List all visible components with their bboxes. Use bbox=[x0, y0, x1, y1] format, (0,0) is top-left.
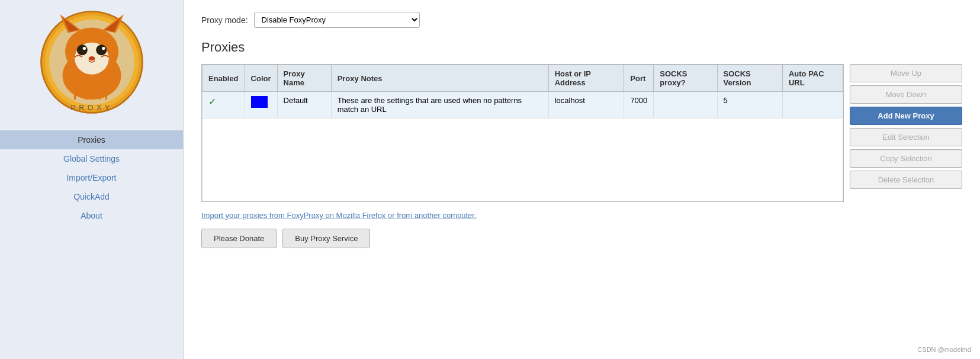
svg-text:PROXY: PROXY bbox=[70, 104, 113, 112]
svg-point-10 bbox=[76, 44, 87, 55]
move-down-button[interactable]: Move Down bbox=[850, 85, 962, 104]
col-proxy-name: Proxy Name bbox=[277, 65, 331, 92]
table-empty-row bbox=[203, 118, 843, 201]
sidebar-item-about[interactable]: About bbox=[0, 206, 183, 225]
svg-point-12 bbox=[82, 47, 85, 50]
proxies-area: Enabled Color Proxy Name Proxy Notes Hos… bbox=[201, 64, 962, 202]
cell-host: localhost bbox=[548, 92, 624, 118]
watermark: CSDN @modelmd bbox=[917, 346, 971, 353]
sidebar-item-import-export[interactable]: Import/Export bbox=[0, 168, 183, 187]
col-socks-version: SOCKS Version bbox=[717, 65, 782, 92]
please-donate-button[interactable]: Please Donate bbox=[201, 229, 277, 248]
add-new-proxy-button[interactable]: Add New Proxy bbox=[850, 107, 962, 125]
svg-point-13 bbox=[102, 47, 105, 50]
main-content: Proxy mode: Disable FoxyProxy Use Enable… bbox=[184, 0, 980, 359]
logo-container: FOXY PROXY bbox=[38, 6, 145, 118]
proxy-mode-select[interactable]: Disable FoxyProxy Use Enabled Proxies By… bbox=[254, 12, 420, 28]
sidebar: FOXY PROXY Proxies Global Settings Impor… bbox=[0, 0, 184, 359]
svg-text:FOXY: FOXY bbox=[73, 87, 111, 102]
edit-selection-button[interactable]: Edit Selection bbox=[850, 128, 962, 146]
col-proxy-notes: Proxy Notes bbox=[331, 65, 548, 92]
cell-enabled: ✓ bbox=[203, 92, 245, 118]
table-header-row: Enabled Color Proxy Name Proxy Notes Hos… bbox=[203, 65, 843, 92]
action-panel: Move Up Move Down Add New Proxy Edit Sel… bbox=[850, 64, 962, 202]
proxy-table: Enabled Color Proxy Name Proxy Notes Hos… bbox=[202, 65, 843, 201]
enabled-checkmark: ✓ bbox=[208, 97, 216, 107]
page-title: Proxies bbox=[201, 40, 962, 55]
sidebar-item-quickadd[interactable]: QuickAdd bbox=[0, 187, 183, 206]
empty-cell bbox=[203, 118, 843, 201]
col-port: Port bbox=[624, 65, 654, 92]
col-color: Color bbox=[245, 65, 277, 92]
foxyproxy-logo: FOXY PROXY bbox=[38, 6, 145, 118]
table-row[interactable]: ✓ Default These are the settings that ar… bbox=[203, 92, 843, 118]
proxy-table-container: Enabled Color Proxy Name Proxy Notes Hos… bbox=[201, 64, 844, 202]
col-enabled: Enabled bbox=[203, 65, 245, 92]
svg-point-14 bbox=[88, 56, 95, 60]
cell-port: 7000 bbox=[624, 92, 654, 118]
proxy-mode-label: Proxy mode: bbox=[201, 15, 248, 25]
donate-row: Please Donate Buy Proxy Service bbox=[201, 229, 962, 248]
sidebar-navigation: Proxies Global Settings Import/Export Qu… bbox=[0, 130, 183, 225]
cell-name: Default bbox=[277, 92, 331, 118]
cell-auto-pac bbox=[782, 92, 843, 118]
cell-socks-proxy bbox=[654, 92, 717, 118]
cell-color bbox=[245, 92, 277, 118]
col-host: Host or IP Address bbox=[548, 65, 624, 92]
cell-notes: These are the settings that are used whe… bbox=[331, 92, 548, 118]
copy-selection-button[interactable]: Copy Selection bbox=[850, 149, 962, 168]
sidebar-item-proxies[interactable]: Proxies bbox=[0, 130, 183, 149]
buy-proxy-service-button[interactable]: Buy Proxy Service bbox=[282, 229, 370, 248]
cell-socks-version: 5 bbox=[717, 92, 782, 118]
import-link[interactable]: Import your proxies from FoxyProxy on Mo… bbox=[201, 211, 962, 220]
proxy-mode-row: Proxy mode: Disable FoxyProxy Use Enable… bbox=[201, 12, 962, 28]
col-socks-proxy: SOCKS proxy? bbox=[654, 65, 717, 92]
svg-point-11 bbox=[96, 44, 107, 55]
sidebar-item-global-settings[interactable]: Global Settings bbox=[0, 149, 183, 168]
col-auto-pac: Auto PAC URL bbox=[782, 65, 843, 92]
color-swatch bbox=[251, 96, 268, 108]
move-up-button[interactable]: Move Up bbox=[850, 64, 962, 82]
delete-selection-button[interactable]: Delete Selection bbox=[850, 171, 962, 189]
